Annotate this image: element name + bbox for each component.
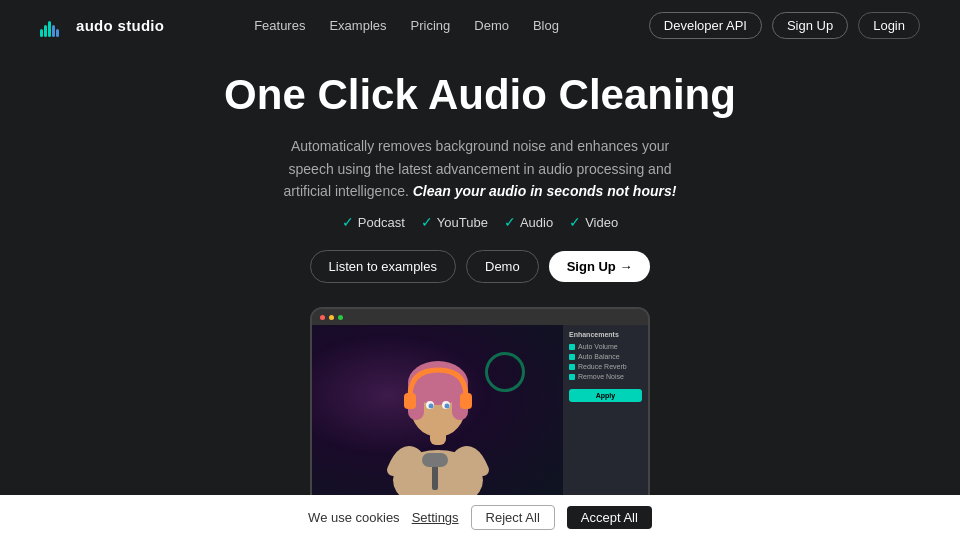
nav-examples[interactable]: Examples: [329, 18, 386, 33]
hero-emphasis: Clean your audio in seconds not hours!: [413, 183, 677, 199]
svg-rect-2: [48, 21, 51, 37]
enhancements-title: Enhancements: [569, 331, 642, 338]
cookie-settings-link[interactable]: Settings: [412, 510, 459, 525]
cookie-text: We use cookies: [308, 510, 400, 525]
svg-rect-18: [422, 453, 448, 467]
tag-podcast-label: Podcast: [358, 215, 405, 230]
woman-illustration: [358, 325, 518, 500]
hero-description: Automatically removes background noise a…: [270, 135, 690, 202]
enhance-item-balance: Auto Balance: [569, 353, 642, 360]
apply-button[interactable]: Apply: [569, 389, 642, 402]
tag-audio-label: Audio: [520, 215, 553, 230]
tag-podcast: ✓ Podcast: [342, 214, 405, 230]
login-button[interactable]: Login: [858, 12, 920, 39]
nav-demo[interactable]: Demo: [474, 18, 509, 33]
enhancements-panel: Enhancements Auto Volume Auto Balance Re…: [563, 325, 648, 500]
cta-buttons: Listen to examples Demo Sign Up →: [40, 250, 920, 283]
svg-rect-12: [460, 393, 472, 409]
signup-hero-button[interactable]: Sign Up →: [549, 251, 651, 282]
enhance-item-reverb: Reduce Reverb: [569, 363, 642, 370]
cookie-banner: We use cookies Settings Reject All Accep…: [0, 495, 960, 540]
hero-section: One Click Audio Cleaning Automatically r…: [0, 51, 960, 283]
tag-video: ✓ Video: [569, 214, 618, 230]
svg-rect-11: [404, 393, 416, 409]
cookie-reject-button[interactable]: Reject All: [471, 505, 555, 530]
check-podcast-icon: ✓: [342, 214, 354, 230]
demo-button[interactable]: Demo: [466, 250, 539, 283]
check-audio-icon: ✓: [504, 214, 516, 230]
tag-video-label: Video: [585, 215, 618, 230]
tag-audio: ✓ Audio: [504, 214, 553, 230]
checkbox-reverb[interactable]: [569, 364, 575, 370]
nav-actions: Developer API Sign Up Login: [649, 12, 920, 39]
listen-examples-button[interactable]: Listen to examples: [310, 250, 456, 283]
video-placeholder: [312, 325, 563, 500]
nav-features[interactable]: Features: [254, 18, 305, 33]
nav-links: Features Examples Pricing Demo Blog: [254, 18, 559, 33]
check-video-icon: ✓: [569, 214, 581, 230]
nav-pricing[interactable]: Pricing: [411, 18, 451, 33]
svg-rect-0: [40, 29, 43, 37]
tags-row: ✓ Podcast ✓ YouTube ✓ Audio ✓ Video: [40, 214, 920, 230]
navbar: audo studio Features Examples Pricing De…: [0, 0, 960, 51]
logo-icon: [40, 15, 68, 37]
video-area: [312, 325, 563, 500]
checkbox-noise[interactable]: [569, 374, 575, 380]
enhance-noise-label: Remove Noise: [578, 373, 624, 380]
svg-point-16: [444, 404, 449, 409]
enhance-reverb-label: Reduce Reverb: [578, 363, 627, 370]
cookie-accept-button[interactable]: Accept All: [567, 506, 652, 529]
svg-rect-3: [52, 25, 55, 37]
check-youtube-icon: ✓: [421, 214, 433, 230]
enhance-balance-label: Auto Balance: [578, 353, 620, 360]
laptop-screen: Enhancements Auto Volume Auto Balance Re…: [312, 325, 648, 500]
svg-rect-4: [56, 29, 59, 37]
nav-blog[interactable]: Blog: [533, 18, 559, 33]
enhance-item-noise: Remove Noise: [569, 373, 642, 380]
signup-nav-button[interactable]: Sign Up: [772, 12, 848, 39]
tag-youtube-label: YouTube: [437, 215, 488, 230]
enhance-volume-label: Auto Volume: [578, 343, 618, 350]
enhance-item-volume: Auto Volume: [569, 343, 642, 350]
svg-rect-1: [44, 25, 47, 37]
checkbox-balance[interactable]: [569, 354, 575, 360]
checkbox-volume[interactable]: [569, 344, 575, 350]
tag-youtube: ✓ YouTube: [421, 214, 488, 230]
developer-api-button[interactable]: Developer API: [649, 12, 762, 39]
logo[interactable]: audo studio: [40, 15, 164, 37]
hero-title: One Click Audio Cleaning: [40, 71, 920, 119]
logo-text: audo studio: [76, 17, 164, 34]
svg-point-15: [428, 404, 433, 409]
